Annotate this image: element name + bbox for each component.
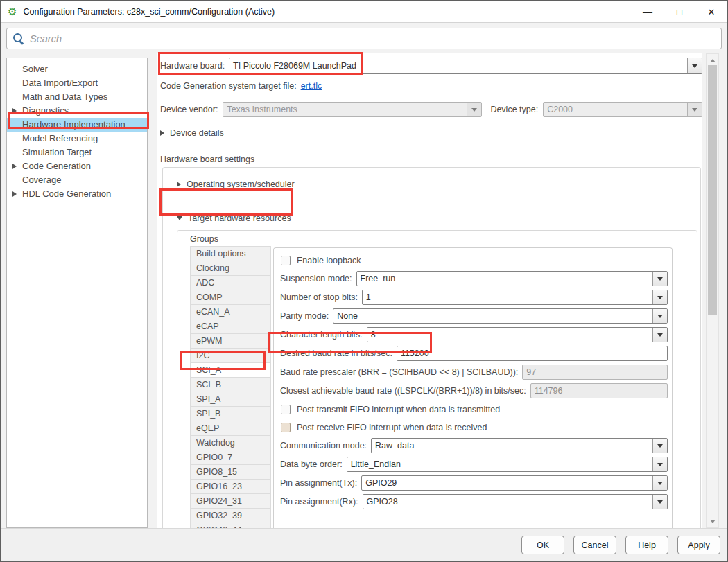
group-item-spi-b[interactable]: SPI_B	[190, 407, 271, 421]
vertical-scrollbar[interactable]	[706, 53, 719, 528]
search-icon	[12, 33, 24, 44]
group-item-build-options[interactable]: Build options	[190, 247, 271, 261]
enable-loopback-checkbox[interactable]	[281, 256, 291, 265]
group-item-gpio16-23[interactable]: GPIO16_23	[190, 480, 271, 494]
group-item-eqep[interactable]: eQEP	[190, 421, 271, 436]
pin-rx-value: GPIO28	[363, 495, 652, 509]
configuration-parameters-dialog: ⚙ Configuration Parameters: c28x_sci_com…	[0, 0, 728, 562]
char-length-value: 8	[367, 328, 652, 342]
chevron-down-icon[interactable]	[652, 457, 667, 471]
sidebar-item-label: Coverage	[22, 175, 61, 185]
sidebar-item-diagnostics[interactable]: Diagnostics	[7, 104, 147, 118]
post-receive-fifo-label: Post receive FIFO interrupt when data is…	[297, 423, 487, 432]
window-title: Configuration Parameters: c28x_sci_comm/…	[23, 7, 275, 17]
search-box[interactable]	[6, 28, 722, 49]
sidebar-item-label: Simulation Target	[22, 147, 92, 157]
pin-rx-combo[interactable]: GPIO28	[363, 494, 668, 509]
sidebar-item-label: Math and Data Types	[22, 91, 107, 102]
sidebar-item-data-import-export[interactable]: Data Import/Export	[7, 76, 147, 90]
scroll-up-icon[interactable]	[707, 55, 718, 65]
group-item-watchdog[interactable]: Watchdog	[190, 436, 271, 450]
group-item-ecan-a[interactable]: eCAN_A	[190, 305, 271, 319]
comm-mode-combo[interactable]: Raw_data	[371, 438, 668, 453]
group-item-gpio32-39[interactable]: GPIO32_39	[190, 509, 271, 523]
group-item-i2c[interactable]: I2C	[190, 349, 271, 363]
post-transmit-fifo-checkbox[interactable]	[281, 405, 291, 414]
chevron-down-icon[interactable]	[652, 272, 667, 286]
chevron-down-icon[interactable]	[652, 290, 667, 304]
settings-tree-sidebar: Solver Data Import/Export Math and Data …	[6, 58, 148, 528]
group-item-spi-a[interactable]: SPI_A	[190, 392, 271, 407]
baud-rate-label: Desired baud rate in bits/sec:	[280, 349, 392, 358]
group-item-gpio24-31[interactable]: GPIO24_31	[190, 494, 271, 509]
pin-tx-label: Pin assignment(Tx):	[280, 478, 357, 488]
post-receive-fifo-checkbox[interactable]	[281, 423, 291, 432]
target-hardware-resources-box: Groups Build options Clocking ADC COMP e…	[177, 230, 697, 528]
minimize-icon[interactable]: —	[632, 1, 664, 23]
device-details-label: Device details	[170, 128, 224, 138]
sci-a-form-panel: Enable loopback Suspension mode: Free_ru…	[273, 247, 673, 528]
chevron-down-icon[interactable]	[652, 309, 667, 323]
device-details-expander[interactable]: Device details	[160, 127, 702, 139]
stop-bits-combo[interactable]: 1	[362, 290, 668, 305]
group-item-ecap[interactable]: eCAP	[190, 319, 271, 334]
chevron-down-icon	[467, 103, 481, 116]
char-length-combo[interactable]: 8	[367, 327, 668, 342]
scrollbar-thumb[interactable]	[708, 65, 717, 315]
hardware-board-settings-heading: Hardware board settings	[160, 155, 702, 164]
group-item-gpio8-15[interactable]: GPIO8_15	[190, 465, 271, 480]
apply-button[interactable]: Apply	[677, 536, 720, 554]
sidebar-item-code-generation[interactable]: Code Generation	[7, 159, 147, 173]
target-hardware-resources-expander[interactable]: Target hardware resources	[177, 212, 700, 224]
group-item-gpio0-7[interactable]: GPIO0_7	[190, 450, 271, 465]
sidebar-item-solver[interactable]: Solver	[7, 62, 147, 76]
groups-label: Groups	[190, 234, 697, 244]
group-item-epwm[interactable]: ePWM	[190, 334, 271, 349]
maximize-icon[interactable]: □	[664, 1, 695, 23]
sidebar-item-hdl-code-generation[interactable]: HDL Code Generation	[7, 187, 147, 201]
group-item-sci-a[interactable]: SCI_A	[190, 363, 271, 378]
group-item-comp[interactable]: COMP	[190, 290, 271, 305]
groups-list: Build options Clocking ADC COMP eCAN_A e…	[190, 246, 271, 528]
dialog-footer: OK Cancel Help Apply	[1, 528, 727, 561]
os-scheduler-expander[interactable]: Operating system/scheduler	[177, 178, 700, 190]
close-icon[interactable]: ✕	[695, 1, 727, 23]
sidebar-item-simulation-target[interactable]: Simulation Target	[7, 146, 147, 159]
target-file-label: Code Generation system target file:	[160, 81, 297, 91]
chevron-down-icon[interactable]	[652, 495, 667, 509]
chevron-down-icon[interactable]	[652, 476, 667, 490]
cancel-button[interactable]: Cancel	[573, 536, 616, 554]
sidebar-item-math-and-data-types[interactable]: Math and Data Types	[7, 90, 147, 104]
parity-mode-combo[interactable]: None	[333, 308, 668, 324]
tree-expand-icon[interactable]	[12, 108, 17, 114]
tree-expand-icon[interactable]	[12, 191, 17, 197]
chevron-down-icon[interactable]	[652, 439, 667, 453]
scroll-down-icon[interactable]	[707, 516, 718, 526]
suspension-mode-combo[interactable]: Free_run	[356, 271, 668, 286]
sidebar-item-model-referencing[interactable]: Model Referencing	[7, 132, 147, 146]
ok-button[interactable]: OK	[521, 536, 564, 554]
sidebar-item-label: HDL Code Generation	[22, 188, 111, 199]
sidebar-item-coverage[interactable]: Coverage	[7, 173, 147, 187]
sidebar-item-hardware-implementation[interactable]: Hardware Implementation	[7, 118, 147, 132]
triangle-collapsed-icon	[160, 130, 164, 136]
sidebar-item-label: Hardware Implementation	[22, 119, 125, 130]
byte-order-combo[interactable]: Little_Endian	[347, 457, 668, 472]
ert-tlc-link[interactable]: ert.tlc	[301, 81, 322, 91]
group-item-gpio40-44[interactable]: GPIO40_44	[190, 523, 271, 528]
device-vendor-combo: Texas Instruments	[223, 102, 482, 117]
pin-tx-combo[interactable]: GPIO29	[361, 475, 668, 491]
tree-expand-icon[interactable]	[12, 164, 17, 169]
enable-loopback-label: Enable loopback	[297, 256, 361, 265]
search-input[interactable]	[24, 28, 721, 49]
chevron-down-icon[interactable]	[687, 58, 702, 73]
help-button[interactable]: Help	[625, 536, 668, 554]
sidebar-item-label: Code Generation	[22, 161, 91, 171]
group-item-sci-b[interactable]: SCI_B	[190, 378, 271, 392]
baud-rate-input[interactable]	[397, 346, 668, 361]
hardware-board-combo[interactable]: TI Piccolo F28069M LaunchPad	[229, 58, 702, 74]
hardware-board-settings-panel: Operating system/scheduler Target hardwa…	[162, 167, 701, 528]
group-item-adc[interactable]: ADC	[190, 276, 271, 290]
chevron-down-icon[interactable]	[652, 328, 667, 342]
group-item-clocking[interactable]: Clocking	[190, 261, 271, 276]
